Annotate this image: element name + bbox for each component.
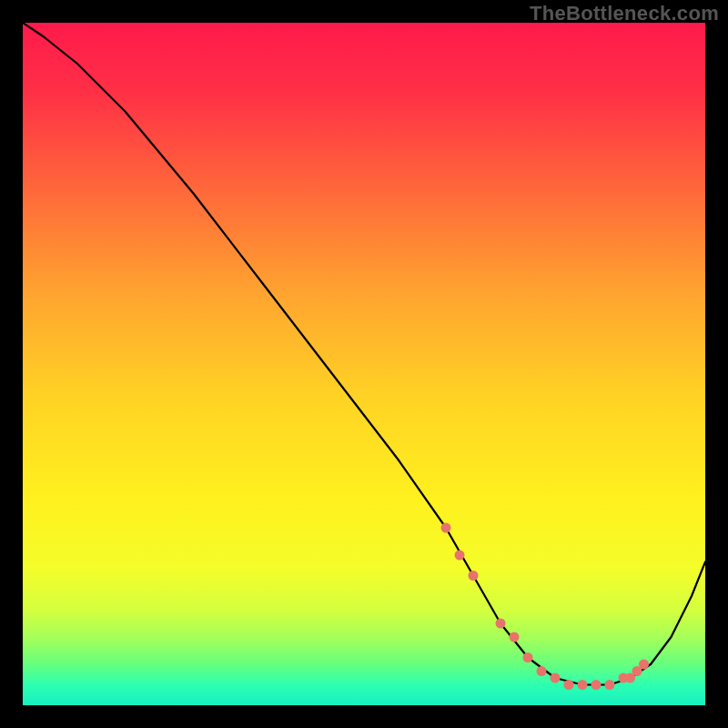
dot xyxy=(564,680,574,690)
dot xyxy=(578,680,588,690)
dot xyxy=(551,673,561,683)
gradient-background xyxy=(23,23,705,705)
dot xyxy=(510,632,520,642)
dot xyxy=(605,680,615,690)
dot xyxy=(469,571,479,581)
dot xyxy=(537,666,547,676)
dot xyxy=(441,523,451,533)
chart-svg xyxy=(23,23,705,705)
dot xyxy=(455,551,465,561)
dot xyxy=(523,652,533,662)
plot-area xyxy=(23,23,705,705)
dot xyxy=(592,680,602,690)
chart-frame: TheBottleneck.com xyxy=(0,0,728,728)
dot xyxy=(639,660,649,670)
dot xyxy=(496,619,506,629)
